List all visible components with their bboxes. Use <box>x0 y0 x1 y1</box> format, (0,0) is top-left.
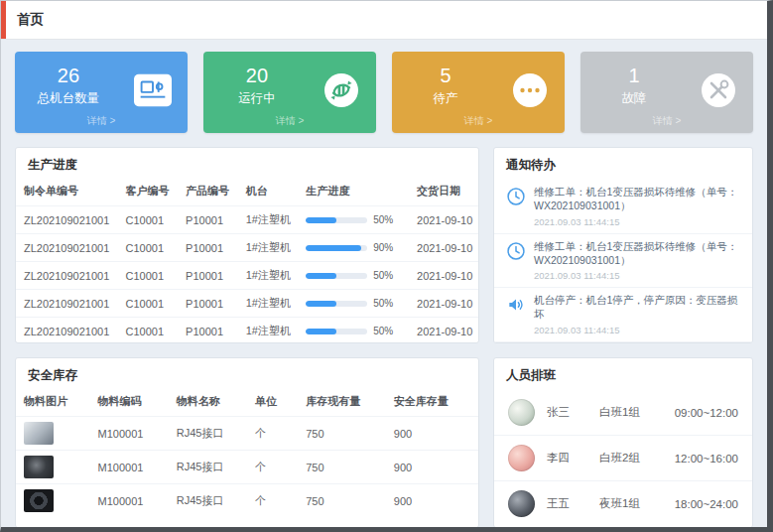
avatar <box>508 399 535 426</box>
safety-qty: 900 <box>386 484 478 518</box>
stat-label: 故障 <box>580 90 688 107</box>
staff-schedule-panel: 人员排班 张三 白班1组 09:00~12:00 李四 白班2组 12:00~1… <box>493 357 753 528</box>
safety-stock-panel: 安全库存 物料图片 物料编码 物料名称 单位 库存现有量 安全库存量 <box>15 357 479 528</box>
delivery-date: 2021-09-10 <box>409 262 478 290</box>
notification-item[interactable]: 计划暂停：机台1生产计划已暂停 2021.09.03 11:44:15 <box>494 342 752 343</box>
progress-fill <box>306 217 336 223</box>
unit: 个 <box>247 417 298 451</box>
table-row: ZL202109021001 C10001 P10001 1#注塑机 50% 2… <box>16 262 478 290</box>
detail-link[interactable]: 详情 > <box>392 114 565 128</box>
table-row: M100001 RJ45接口 个 750 900 <box>16 451 478 484</box>
panel-title: 人员排班 <box>494 358 752 390</box>
machine: 1#注塑机 <box>238 290 299 318</box>
progress-bar <box>306 217 367 223</box>
order-no: ZL202109021001 <box>16 290 118 318</box>
staff-name: 李四 <box>547 451 599 466</box>
column-header: 客户编号 <box>118 180 179 206</box>
production-progress-panel: 生产进度 制令单编号 客户编号 产品编号 机台 生产进度 交货日期 <box>15 147 479 343</box>
speaker-icon <box>506 295 526 315</box>
material-code: M100001 <box>90 451 169 484</box>
panel-title: 生产进度 <box>16 148 478 180</box>
notification-time: 2021.09.03 11:44:15 <box>534 216 740 227</box>
progress-cell: 50% <box>298 262 409 290</box>
notification-body: 维修工单：机台1变压器损坏待维修（单号：WX202109031001） 2021… <box>534 240 740 282</box>
customer-no: C10001 <box>118 290 179 318</box>
staff-row: 张三 白班1组 09:00~12:00 <box>494 390 752 436</box>
stat-card-fault[interactable]: 1 故障 详情 > <box>580 52 753 133</box>
notification-time: 2021.09.03 11:44:15 <box>534 325 740 335</box>
stat-card-main: 26 总机台数量 <box>15 65 122 107</box>
panel-title: 安全库存 <box>16 358 478 390</box>
stat-label: 总机台数量 <box>15 90 122 107</box>
table-header-row: 物料图片 物料编码 物料名称 单位 库存现有量 安全库存量 <box>16 390 478 417</box>
material-name: RJ45接口 <box>169 451 247 484</box>
stat-card-main: 1 故障 <box>580 65 688 107</box>
stat-card-total-machines[interactable]: 26 总机台数量 详情 > <box>15 52 188 133</box>
material-image <box>24 456 54 478</box>
column-header: 物料图片 <box>16 390 90 417</box>
inventory-table: 物料图片 物料编码 物料名称 单位 库存现有量 安全库存量 M <box>16 390 478 517</box>
detail-link[interactable]: 详情 > <box>203 114 376 128</box>
table-row: ZL202109021001 C10001 P10001 1#注塑机 50% 2… <box>16 290 478 318</box>
machine: 1#注塑机 <box>238 234 299 262</box>
machine: 1#注塑机 <box>238 262 299 290</box>
material-code: M100001 <box>90 417 169 451</box>
column-header: 物料名称 <box>169 390 247 417</box>
notification-item[interactable]: 维修工单：机台1变压器损坏待维修（单号：WX202109031001） 2021… <box>494 234 752 289</box>
progress-percent: 50% <box>373 270 393 281</box>
notification-time: 2021.09.03 11:44:15 <box>534 270 740 281</box>
column-header: 安全库存量 <box>386 390 478 417</box>
unit: 个 <box>247 484 298 518</box>
delivery-date: 2021-09-10 <box>409 206 478 234</box>
accent-bar <box>1 1 6 39</box>
staff-time: 12:00~16:00 <box>675 453 738 465</box>
delivery-date: 2021-09-10 <box>409 318 478 344</box>
staff-row: 李四 白班2组 12:00~16:00 <box>494 436 752 481</box>
material-name: RJ45接口 <box>169 417 247 451</box>
stat-card-running[interactable]: 20 运行中 详情 > <box>203 52 376 133</box>
progress-percent: 50% <box>373 214 393 225</box>
table-row: M100001 RJ45接口 个 750 900 <box>16 417 478 451</box>
staff-shift: 白班1组 <box>599 405 675 420</box>
dashboard-window: 首页 26 总机台数量 详情 > 20 运行中 <box>0 0 773 532</box>
progress-fill <box>306 245 361 251</box>
right-column: 通知待办 维修工单：机台1变压器损坏待维修（单号：WX202109031001）… <box>493 147 753 528</box>
column-header: 机台 <box>238 180 299 206</box>
product-no: P10001 <box>178 290 238 318</box>
progress-bar <box>306 301 367 307</box>
order-no: ZL202109021001 <box>16 318 118 344</box>
table-row: ZL202109021001 C10001 P10001 1#注塑机 50% 2… <box>16 318 478 344</box>
staff-name: 王五 <box>547 496 599 511</box>
column-header: 单位 <box>247 390 298 417</box>
progress-bar <box>306 245 367 251</box>
progress-percent: 90% <box>373 242 393 253</box>
main-grid: 生产进度 制令单编号 客户编号 产品编号 机台 生产进度 交货日期 <box>15 147 753 528</box>
product-no: P10001 <box>178 318 238 344</box>
table-row: M100001 RJ45接口 个 750 900 <box>16 484 478 518</box>
left-column: 生产进度 制令单编号 客户编号 产品编号 机台 生产进度 交货日期 <box>15 147 479 528</box>
detail-link[interactable]: 详情 > <box>15 114 188 128</box>
notification-item[interactable]: 机台停产：机台1停产，停产原因：变压器损坏 2021.09.03 11:44:1… <box>494 288 752 342</box>
notification-item[interactable]: 维修工单：机台1变压器损坏待维修（单号：WX202109031001） 2021… <box>494 180 752 234</box>
table-row: ZL202109021001 C10001 P10001 1#注塑机 50% 2… <box>16 206 478 234</box>
stat-label: 待产 <box>392 90 499 107</box>
order-no: ZL202109021001 <box>16 262 118 290</box>
staff-row: 王五 夜班1组 18:00~24:00 <box>494 481 752 526</box>
clock-icon <box>506 187 526 206</box>
notification-body: 机台停产：机台1停产，停产原因：变压器损坏 2021.09.03 11:44:1… <box>534 294 740 335</box>
progress-cell: 90% <box>298 234 409 262</box>
column-header: 产品编号 <box>178 180 238 206</box>
stock-qty: 750 <box>298 484 386 518</box>
stat-cards: 26 总机台数量 详情 > 20 运行中 详情 > <box>15 52 753 133</box>
material-image-cell <box>16 484 90 518</box>
clock-icon <box>506 241 526 261</box>
stat-value: 20 <box>203 65 311 86</box>
stat-card-waiting[interactable]: 5 待产 详情 > <box>392 52 565 133</box>
progress-fill <box>306 329 336 334</box>
detail-link[interactable]: 详情 > <box>580 114 753 128</box>
column-header: 生产进度 <box>298 180 409 206</box>
stat-label: 运行中 <box>203 90 311 107</box>
staff-shift: 白班2组 <box>599 451 675 466</box>
customer-no: C10001 <box>118 262 179 290</box>
production-table: 制令单编号 客户编号 产品编号 机台 生产进度 交货日期 ZL202109021… <box>16 180 478 343</box>
